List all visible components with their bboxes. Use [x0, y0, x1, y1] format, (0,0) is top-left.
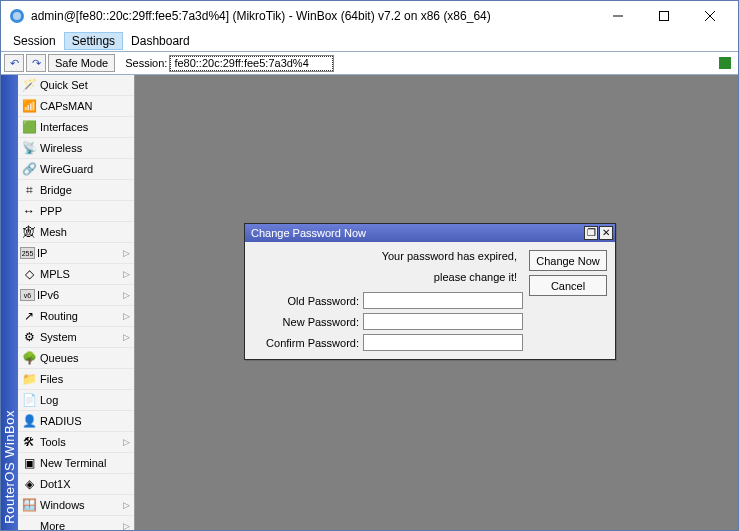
sidebar-item-ppp[interactable]: ↔PPP [18, 201, 134, 222]
svg-rect-3 [660, 12, 669, 21]
chevron-right-icon: ▷ [123, 521, 130, 530]
new-password-input[interactable] [363, 313, 523, 330]
app-icon [9, 8, 25, 24]
log-icon: 📄 [20, 392, 38, 408]
sidebar-item-label: Windows [40, 499, 123, 511]
sidebar-item-label: New Terminal [40, 457, 130, 469]
mesh-icon: 🕸 [20, 224, 38, 240]
dot1x-icon: ◈ [20, 476, 38, 492]
side-strip: RouterOS WinBox [1, 75, 18, 530]
sidebar-item-label: IP [37, 247, 123, 259]
interfaces-icon: 🟩 [20, 119, 38, 135]
chevron-right-icon: ▷ [123, 332, 130, 342]
new-password-label: New Password: [253, 316, 359, 328]
canvas: Change Password Now ❐ ✕ Your password ha… [135, 75, 738, 530]
files-icon: 📁 [20, 371, 38, 387]
sidebar-item-mesh[interactable]: 🕸Mesh [18, 222, 134, 243]
menu-dashboard[interactable]: Dashboard [123, 32, 198, 50]
confirm-password-input[interactable] [363, 334, 523, 351]
sidebar-item-label: Queues [40, 352, 130, 364]
ppp-icon: ↔ [20, 203, 38, 219]
product-name: RouterOS WinBox [2, 410, 17, 524]
sidebar-item-label: Wireless [40, 142, 130, 154]
dialog-close-button[interactable]: ✕ [599, 226, 613, 240]
workspace: RouterOS WinBox 🪄Quick Set📶CAPsMAN🟩Inter… [1, 75, 738, 530]
sidebar-item-label: IPv6 [37, 289, 123, 301]
sidebar-item-label: Interfaces [40, 121, 130, 133]
sidebar-item-ipv6[interactable]: v6IPv6▷ [18, 285, 134, 306]
sidebar-item-wireguard[interactable]: 🔗WireGuard [18, 159, 134, 180]
sidebar-item-quick-set[interactable]: 🪄Quick Set [18, 75, 134, 96]
sidebar-item-label: Bridge [40, 184, 130, 196]
svg-point-1 [13, 12, 21, 20]
chevron-right-icon: ▷ [123, 500, 130, 510]
capsman-icon: 📶 [20, 98, 38, 114]
menu-settings[interactable]: Settings [64, 32, 123, 50]
sidebar-item-wireless[interactable]: 📡Wireless [18, 138, 134, 159]
redo-button[interactable]: ↷ [26, 54, 46, 72]
chevron-right-icon: ▷ [123, 437, 130, 447]
chevron-right-icon: ▷ [123, 248, 130, 258]
connection-indicator [719, 57, 731, 69]
routing-icon: ↗ [20, 308, 38, 324]
sidebar-item-label: More [40, 520, 123, 530]
sidebar-item-new-terminal[interactable]: ▣New Terminal [18, 453, 134, 474]
system-icon: ⚙ [20, 329, 38, 345]
cancel-button[interactable]: Cancel [529, 275, 607, 296]
minimize-button[interactable] [595, 1, 641, 31]
session-label: Session: [125, 57, 167, 69]
ipv6-icon: v6 [20, 289, 35, 301]
sidebar-item-tools[interactable]: 🛠Tools▷ [18, 432, 134, 453]
sidebar-item-label: Routing [40, 310, 123, 322]
sidebar-item-label: Tools [40, 436, 123, 448]
sidebar-item-files[interactable]: 📁Files [18, 369, 134, 390]
close-button[interactable] [687, 1, 733, 31]
expired-message-1: Your password has expired, [253, 250, 523, 267]
mpls-icon: ◇ [20, 266, 38, 282]
more-icon [20, 518, 38, 530]
wireguard-icon: 🔗 [20, 161, 38, 177]
sidebar-item-queues[interactable]: 🌳Queues [18, 348, 134, 369]
dialog-titlebar[interactable]: Change Password Now ❐ ✕ [245, 224, 615, 242]
change-now-button[interactable]: Change Now [529, 250, 607, 271]
sidebar-item-label: WireGuard [40, 163, 130, 175]
sidebar-item-bridge[interactable]: ⌗Bridge [18, 180, 134, 201]
dialog-restore-button[interactable]: ❐ [584, 226, 598, 240]
sidebar-item-log[interactable]: 📄Log [18, 390, 134, 411]
maximize-button[interactable] [641, 1, 687, 31]
sidebar-item-ip[interactable]: 255IP▷ [18, 243, 134, 264]
tools-icon: 🛠 [20, 434, 38, 450]
sidebar-item-windows[interactable]: 🪟Windows▷ [18, 495, 134, 516]
ip-icon: 255 [20, 247, 35, 259]
sidebar-item-more[interactable]: More▷ [18, 516, 134, 530]
sidebar-item-capsman[interactable]: 📶CAPsMAN [18, 96, 134, 117]
menu-session[interactable]: Session [5, 32, 64, 50]
bridge-icon: ⌗ [20, 182, 38, 198]
old-password-label: Old Password: [253, 295, 359, 307]
sidebar-item-label: PPP [40, 205, 130, 217]
titlebar: admin@[fe80::20c:29ff:fee5:7a3d%4] (Mikr… [1, 1, 738, 31]
quick-set-icon: 🪄 [20, 77, 38, 93]
windows-icon: 🪟 [20, 497, 38, 513]
sidebar-item-label: CAPsMAN [40, 100, 130, 112]
chevron-right-icon: ▷ [123, 269, 130, 279]
change-password-dialog: Change Password Now ❐ ✕ Your password ha… [244, 223, 616, 360]
sidebar-item-dot1x[interactable]: ◈Dot1X [18, 474, 134, 495]
sidebar-item-label: Log [40, 394, 130, 406]
sidebar-item-label: RADIUS [40, 415, 130, 427]
sidebar-item-system[interactable]: ⚙System▷ [18, 327, 134, 348]
confirm-password-label: Confirm Password: [253, 337, 359, 349]
sidebar-item-routing[interactable]: ↗Routing▷ [18, 306, 134, 327]
expired-message-2: please change it! [253, 271, 523, 288]
old-password-input[interactable] [363, 292, 523, 309]
session-value[interactable]: fe80::20c:29ff:fee5:7a3d%4 [169, 55, 334, 72]
safemode-button[interactable]: Safe Mode [48, 54, 115, 72]
sidebar-item-label: Mesh [40, 226, 130, 238]
sidebar-item-mpls[interactable]: ◇MPLS▷ [18, 264, 134, 285]
undo-button[interactable]: ↶ [4, 54, 24, 72]
chevron-right-icon: ▷ [123, 311, 130, 321]
sidebar-item-radius[interactable]: 👤RADIUS [18, 411, 134, 432]
radius-icon: 👤 [20, 413, 38, 429]
menubar: Session Settings Dashboard [1, 31, 738, 51]
sidebar-item-interfaces[interactable]: 🟩Interfaces [18, 117, 134, 138]
